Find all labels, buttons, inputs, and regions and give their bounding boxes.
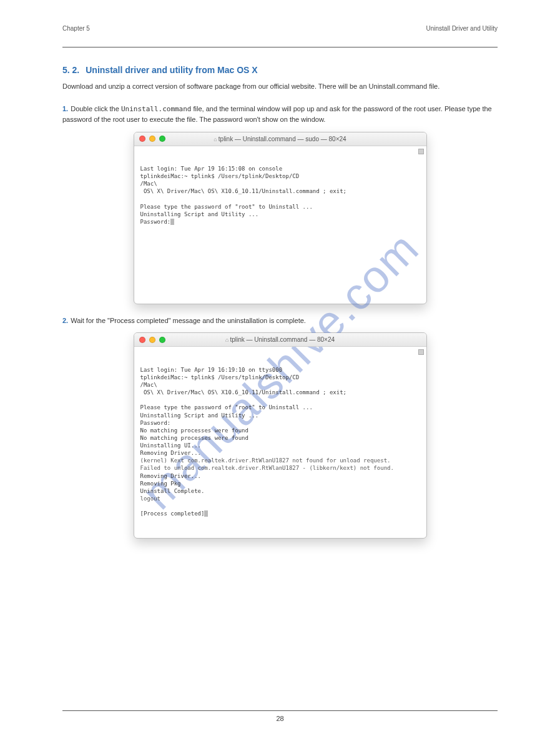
terminal-1-line-2a: tplinkdeiMac:~ tplink$ /Users/tplink/Des… [140, 173, 300, 179]
step-2-number: 2. [62, 317, 68, 324]
traffic-lights [139, 337, 165, 343]
step-1-filename: Uninstall.command [121, 105, 192, 113]
terminal-1-line-3: OS\ X\ Driver/Mac\ OS\ X10.6_10.11/Unins… [140, 187, 420, 195]
terminal-1-line-4: Please type the password of "root" to Un… [140, 203, 420, 211]
terminal-2-titlebar[interactable]: ⌂tplink — Uninstall.command — 80×24 [134, 333, 426, 347]
footer-divider [62, 710, 498, 711]
intro-paragraph: Download and unzip a correct version of … [62, 81, 498, 92]
page-header-row: Chapter 5 Uninstall Driver and Utility [62, 25, 498, 32]
traffic-lights [139, 136, 165, 142]
scroll-indicator-icon [418, 349, 424, 355]
terminal-window-1: ⌂tplink — Uninstall.command — sudo — 80×… [134, 132, 427, 304]
section-number: 5. 2. [62, 65, 79, 75]
step-1-text-a: Double click the [71, 105, 121, 112]
step-2: 2.Wait for the "Process completed" messa… [62, 316, 498, 327]
scroll-indicator-icon [418, 149, 424, 154]
section-name: Uninstall driver and utility from Mac OS… [86, 65, 257, 75]
header-divider [62, 47, 498, 47]
close-icon[interactable] [139, 136, 145, 142]
close-icon[interactable] [139, 337, 145, 343]
terminal-2-line-4: Please type the password of "root" to Un… [140, 404, 420, 411]
terminal-2-line-3: OS\ X\ Driver/Mac\ OS\ X10.6_10.11/Unins… [140, 389, 420, 396]
terminal-2-line-1: Last login: Tue Apr 19 16:19:10 on ttys0… [140, 366, 420, 374]
terminal-1-titlebar[interactable]: ⌂tplink — Uninstall.command — sudo — 80×… [134, 132, 426, 146]
terminal-2-line-2b: /Mac\ [140, 382, 157, 388]
terminal-2-line-7: No matching processes were found [140, 427, 420, 434]
terminal-1-line-5: Uninstalling Script and Utility ... [140, 211, 420, 218]
terminal-1-title: ⌂tplink — Uninstall.command — sudo — 80×… [134, 136, 426, 142]
header-left: Chapter 5 [62, 25, 90, 32]
maximize-icon[interactable] [159, 337, 165, 343]
terminal-2-line-17: [Process completed] [140, 510, 205, 517]
section-title: 5. 2.Uninstall driver and utility from M… [62, 65, 498, 75]
step-2-text: Wait for the "Process completed" message… [71, 317, 306, 324]
terminal-2-line-12: Failed to unload com.realtek.driver.RtWl… [140, 464, 420, 472]
terminal-2-line-2a: tplinkdeiMac:~ tplink$ /Users/tplink/Des… [140, 374, 300, 380]
terminal-2-line-11: (kernel) Kext com.realtek.driver.RtWlanU… [140, 457, 420, 464]
terminal-1-line-1: Last login: Tue Apr 19 16:15:08 on conso… [140, 165, 420, 172]
page-number: 28 [62, 715, 498, 722]
minimize-icon[interactable] [149, 136, 155, 142]
terminal-cursor [204, 510, 208, 517]
terminal-2-line-15: Uninstall Complete. [140, 487, 420, 495]
terminal-1-body[interactable]: Last login: Tue Apr 19 16:15:08 on conso… [134, 146, 426, 304]
terminal-2-line-14: Removing Pkg [140, 480, 420, 487]
terminal-2-line-10: Removing Driver... [140, 449, 420, 457]
terminal-2-line-16: logout [140, 495, 420, 502]
terminal-2-body[interactable]: Last login: Tue Apr 19 16:19:10 on ttys0… [134, 347, 426, 538]
header-right: Uninstall Driver and Utility [426, 25, 498, 32]
terminal-2-line-6: Password: [140, 419, 420, 427]
step-1-number: 1. [62, 105, 68, 112]
terminal-2-title: ⌂tplink — Uninstall.command — 80×24 [134, 336, 426, 343]
terminal-2-line-8: No matching processes were found [140, 434, 420, 442]
terminal-cursor [170, 219, 174, 225]
terminal-2-line-9: Uninstalling UI... [140, 442, 420, 449]
minimize-icon[interactable] [149, 337, 155, 343]
terminal-window-2: ⌂tplink — Uninstall.command — 80×24 Last… [134, 332, 427, 539]
home-icon: ⌂ [225, 337, 228, 343]
terminal-2-line-5: Uninstalling Script and Utility ... [140, 412, 420, 419]
maximize-icon[interactable] [159, 136, 165, 142]
terminal-1-line-2b: /Mac\ [140, 181, 157, 187]
step-1: 1.Double click the Uninstall.command fil… [62, 104, 498, 126]
home-icon: ⌂ [214, 136, 217, 142]
terminal-2-line-13: Removing Driver... [140, 472, 420, 480]
terminal-1-line-6: Password: [140, 219, 171, 225]
